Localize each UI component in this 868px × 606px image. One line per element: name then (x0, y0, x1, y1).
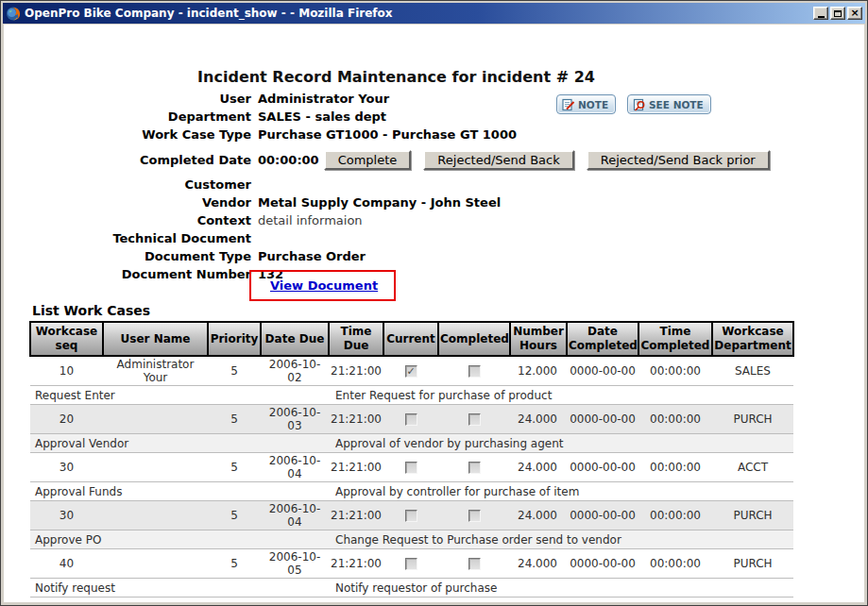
field-label: Department (4, 109, 258, 124)
cell-user (103, 405, 208, 434)
field-row-completed-date: Completed Date00:00:00CompleteRejected/S… (4, 143, 750, 176)
task-name: Notify request (30, 579, 329, 598)
task-description: Approval by controller for purchase of i… (329, 482, 793, 501)
field-value: Purchase Order (258, 249, 366, 263)
task-name: Approval Vendor (30, 434, 329, 453)
cell-date-due: 2006-10-04 (261, 453, 329, 482)
cell-priority: 5 (208, 453, 261, 482)
view-document-link[interactable]: View Document (270, 278, 378, 293)
current-checkbox: ✓ (405, 365, 417, 378)
cell-date-due: 2006-10-04 (261, 501, 329, 530)
task-description: Enter Request for purchase of product (329, 386, 793, 405)
field-value: SALES - sales dept (258, 109, 386, 124)
field-row-user: UserAdministrator Your (4, 90, 750, 108)
column-header-date-due: Date Due (261, 322, 329, 356)
cell-completed (438, 453, 510, 482)
window-title: OpenPro Bike Company - incident_show - -… (25, 7, 813, 20)
cell-user (103, 453, 208, 482)
field-value: Purchase GT1000 - Purchase GT 1000 (258, 127, 517, 142)
field-label: User (4, 92, 258, 106)
minimize-button[interactable] (813, 7, 828, 20)
cell-time-due: 21:21:00 (329, 356, 383, 386)
workcase-row: 4052006-10-0521:21:0024.0000000-00-0000:… (30, 549, 793, 579)
cell-current (383, 405, 438, 434)
cell-user (103, 549, 208, 579)
field-label: Customer (4, 177, 258, 192)
cell-seq: 40 (30, 549, 103, 579)
cell-priority: 5 (208, 549, 261, 579)
cell-department: PURCH (712, 501, 793, 530)
cell-priority: 5 (208, 405, 261, 434)
workcase-subrow: Notify requestNotify requestor of purcha… (30, 579, 793, 598)
cell-date-completed: 0000-00-00 (567, 549, 638, 579)
completed-checkbox (468, 365, 481, 378)
field-value: 00:00:00 (258, 153, 319, 167)
cell-department: PURCH (712, 549, 793, 579)
field-row-context: Contextdetail informaion (4, 211, 750, 229)
cell-department: PURCH (712, 405, 793, 434)
cell-current (383, 501, 438, 530)
workcase-row: 10Administrator Your52006-10-0221:21:00✓… (30, 356, 793, 386)
current-checkbox (405, 510, 417, 522)
completed-checkbox (468, 462, 481, 474)
cell-time-completed: 00:00:00 (638, 453, 712, 482)
workcase-row: 3052006-10-0421:21:0024.0000000-00-0000:… (30, 453, 793, 482)
cell-date-completed: 0000-00-00 (567, 356, 638, 386)
cell-current (383, 549, 438, 579)
cell-time-due: 21:21:00 (329, 453, 383, 482)
workcase-subrow: Approve POChange Request to Purchase ord… (30, 530, 793, 549)
column-header-completed: Completed (438, 322, 510, 356)
cell-hours: 24.000 (510, 405, 567, 434)
cell-time-due: 21:21:00 (329, 549, 383, 579)
cell-user: Administrator Your (103, 356, 208, 386)
maximize-button[interactable] (830, 7, 845, 20)
cell-seq: 30 (30, 501, 103, 530)
cell-time-completed: 00:00:00 (638, 549, 712, 579)
workcase-subrow: Approval VendorApproval of vendor by pur… (30, 434, 793, 453)
field-row-document-type: Document TypePurchase Order (4, 247, 750, 265)
title-bar[interactable]: OpenPro Bike Company - incident_show - -… (3, 3, 865, 24)
page-content: Incident Record Maintenance for incident… (4, 25, 864, 602)
firefox-icon (6, 6, 21, 21)
column-header-time-due: Time Due (329, 322, 383, 356)
task-name: Request Enter (30, 386, 329, 405)
field-row-work-case-type: Work Case TypePurchase GT1000 - Purchase… (4, 126, 750, 143)
cell-current (383, 453, 438, 482)
cell-date-completed: 0000-00-00 (567, 405, 638, 434)
close-button[interactable]: × (847, 7, 862, 20)
complete-button[interactable]: Complete (324, 150, 412, 170)
cell-hours: 12.000 (510, 356, 567, 386)
task-name: Approve PO (30, 530, 329, 549)
page-title: Incident Record Maintenance for incident… (4, 68, 789, 86)
field-label: Completed Date (4, 153, 258, 167)
task-description: Notify requestor of purchase (329, 579, 793, 598)
field-label: Document Number (4, 267, 258, 281)
browser-window: OpenPro Bike Company - incident_show - -… (0, 0, 868, 606)
cell-user (103, 501, 208, 530)
completed-checkbox (468, 510, 481, 522)
cell-hours: 24.000 (510, 549, 567, 579)
field-row-vendor: VendorMetal Supply Company - John Steel (4, 194, 750, 211)
cell-seq: 20 (30, 405, 103, 434)
workcase-row: 2052006-10-0321:21:0024.0000000-00-0000:… (30, 405, 793, 434)
column-header-current: Current (383, 322, 438, 356)
field-label: Context (4, 213, 258, 227)
task-description: Approval of vendor by purchasing agent (329, 434, 793, 453)
workcase-row: 3052006-10-0421:21:0024.0000000-00-0000:… (30, 501, 793, 530)
column-header-date-completed: Date Completed (567, 322, 638, 356)
column-header-workcase-seq: Workcase seq (30, 322, 103, 356)
work-cases-body: 10Administrator Your52006-10-0221:21:00✓… (30, 356, 793, 598)
field-row-customer: Customer (4, 176, 750, 194)
cell-date-due: 2006-10-05 (261, 549, 329, 579)
field-value: Administrator Your (258, 92, 389, 106)
column-header-workcase-department: Workcase Department (712, 322, 793, 356)
rejected-send-back-button[interactable]: Rejected/Send Back (423, 150, 573, 170)
field-value: Metal Supply Company - John Steel (258, 195, 501, 210)
cell-date-completed: 0000-00-00 (567, 501, 638, 530)
rejected-send-back-prior-button[interactable]: Rejected/Send Back prior (587, 150, 770, 170)
field-label: Document Type (4, 249, 258, 263)
field-rows: UserAdministrator YourDepartmentSALES - … (4, 90, 750, 283)
maximize-icon (834, 10, 842, 17)
completed-checkbox (468, 558, 481, 570)
header-row: Workcase seqUser NamePriorityDate DueTim… (30, 322, 793, 356)
